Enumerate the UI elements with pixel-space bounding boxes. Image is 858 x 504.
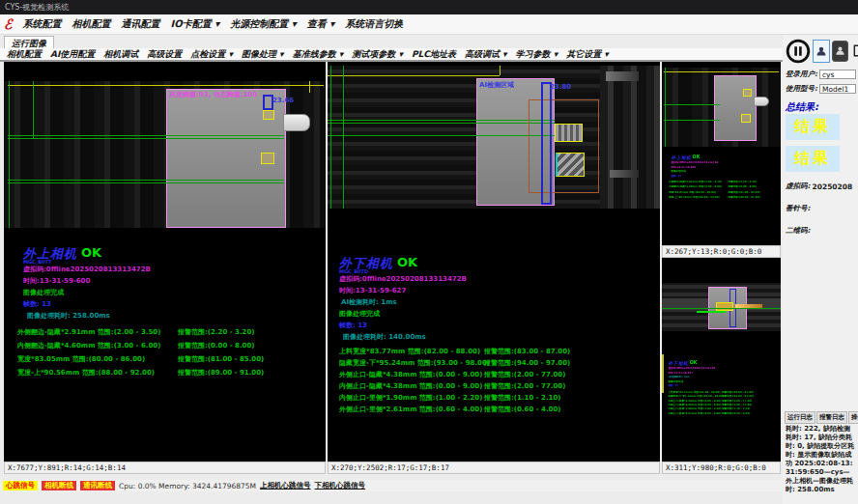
tool-learning-params[interactable]: 学习参数 ▾ xyxy=(516,48,558,61)
pixel-status-thumb-bottom: X:311;Y:980;R:0;G:0;B:0 xyxy=(662,462,781,474)
tool-image-processing[interactable]: 图像处理 ▾ xyxy=(242,48,284,61)
measurement-value: 外侧止口-里侧*2.61mm 范围:(0.60 - 4.00) xyxy=(668,411,721,415)
measurement-value: 上料宽度*83.77mm 范围:(82.00 - 88.00) xyxy=(339,347,480,356)
menu-light-config[interactable]: 光源控制配置 ▾ xyxy=(230,17,297,31)
tool-camera-debug[interactable]: 相机调试 xyxy=(103,48,138,61)
log-text: 耗时: 222, 缺陷检测耗时: 17, 缺陷分类耗时: 0, 缺陷提取分区耗时… xyxy=(786,425,855,494)
window-title: CYS-视觉检测系统 xyxy=(5,3,69,12)
user-icon xyxy=(815,44,827,58)
processing-elapsed: 图像处理耗时: 140.00ms xyxy=(343,332,426,342)
frame-count: 帧数: 13 xyxy=(339,321,367,330)
virtual-code: 虚拟码:0ffline2025020813313472B xyxy=(23,265,151,274)
green-guide-hline xyxy=(328,123,555,124)
bottom-status-bar: 心跳信号 相机断线 通讯断线 Cpu: 0.0% Memory: 3424.41… xyxy=(0,480,783,491)
alarm-range: 报警范围:(1.10 - 2.10) xyxy=(722,407,750,411)
operator-button[interactable] xyxy=(832,41,848,62)
total-result-label: 总结果: xyxy=(786,100,818,114)
heartbeat-badge: 心跳信号 xyxy=(3,481,38,490)
ai-elapsed: AI检测耗时: 1ms xyxy=(341,297,397,307)
log-tab-run[interactable]: 运行日志 xyxy=(785,411,815,424)
result-box-lower: 结果 xyxy=(786,146,840,172)
measurement-list: 外侧翻边-隐藏*2.91mm 范围:(2.00 - 3.50)报警范围:(2.2… xyxy=(17,327,323,381)
measurement-value: 内侧翻边-隐藏*4.60mm 范围:(3.00 - 6.00) xyxy=(669,185,722,189)
needle-label: 番针号: xyxy=(786,204,811,213)
frame-count: 帧数: 13 xyxy=(671,174,681,178)
menu-view[interactable]: 查看 ▾ xyxy=(307,17,335,31)
measurement-value: 外侧止口-里侧*2.61mm 范围:(0.60 - 4.00) xyxy=(339,405,482,414)
part-roi-rect xyxy=(714,75,757,141)
thumbnail-view-lower[interactable]: 外下相机 OK 虚拟码:0ffline2025020813313472B 时间:… xyxy=(662,258,781,462)
upper-camera-heartbeat-link[interactable]: 上相机心跳信号 xyxy=(260,481,311,490)
measurement-value: 宽度*83.05mm 范围:(80.00 - 86.00) xyxy=(17,354,145,364)
alarm-range: 报警范围:(2.00 - 77.00) xyxy=(484,370,565,379)
menu-comm-config[interactable]: 通讯配置 xyxy=(121,17,159,31)
crosshair-line-vertical xyxy=(309,81,310,93)
menu-camera-config[interactable]: 相机配置 xyxy=(72,17,110,31)
lower-camera-heartbeat-link[interactable]: 下相机心跳信号 xyxy=(315,481,366,490)
model-row: 使用型号: Model1 xyxy=(786,84,856,94)
measurement-row: 外侧止口-隐藏*4.38mm 范围:(0.00 - 9.00)报警范围:(2.0… xyxy=(339,370,648,381)
panel-button-row xyxy=(785,38,858,64)
pause-button[interactable] xyxy=(785,38,811,64)
processing-done: 图像处理完成 xyxy=(23,288,64,297)
green-guide-vline xyxy=(33,81,34,139)
capture-time: 时间:13-31-59-627 xyxy=(668,371,693,375)
alarm-range: 报警范围:(89.00 - 91.00) xyxy=(729,195,760,199)
crosshair-line-vertical xyxy=(500,66,500,75)
menu-io-config[interactable]: IO卡配置 ▾ xyxy=(170,17,219,31)
pixel-status-thumb-top: X:267;Y:13;R:0;G:0;B:0 xyxy=(662,245,781,258)
tool-ai-usage-config[interactable]: AI使用配置 xyxy=(50,48,95,61)
camera-image-left: 灰度阈值:93, 动态阈值:100 23.66 xyxy=(4,81,326,228)
defect-marker-box xyxy=(556,153,585,177)
thumbnail-image-lower xyxy=(662,283,781,331)
gauge-value-label: 23.80 xyxy=(550,83,571,91)
ok-status: OK xyxy=(690,360,698,366)
measurement-value: 隐藏宽度-下*95.24mm 范围:(93.00 - 98.00) xyxy=(339,358,490,368)
login-user-field[interactable]: cys xyxy=(819,70,856,79)
tool-spot-check[interactable]: 点检设置 ▾ xyxy=(190,48,233,61)
measurement-row: 外侧止口-里侧*2.61mm 范围:(0.60 - 4.00)报警范围:(0.6… xyxy=(668,411,781,415)
alarm-range: 报警范围:(2.20 - 3.20) xyxy=(178,327,255,337)
virtual-code-label: 虚拟码: xyxy=(786,182,811,191)
tool-advanced-debug[interactable]: 高级调试 ▾ xyxy=(465,48,507,61)
capture-time: 时间:13-31-59-627 xyxy=(339,286,406,295)
menu-system-config[interactable]: 系统配置 xyxy=(22,17,61,31)
camera-view-upper-outer[interactable]: 灰度阈值:93, 动态阈值:100 23.66 外上相机 OK MGC_B0TT… xyxy=(4,62,326,462)
log-tab-operation[interactable]: 操作日志 xyxy=(848,411,858,424)
processing-elapsed: 图像处理耗时: 258.00ms xyxy=(27,311,110,321)
measurement-row: 内侧止口-里侧*1.90mm 范围:(1.00 - 2.20)报警范围:(1.1… xyxy=(339,393,648,405)
measurement-value: 上料宽度*83.77mm 范围:(82.00 - 88.00) xyxy=(668,390,720,394)
crosshair-line-horizontal xyxy=(8,85,324,86)
tool-baseline-params[interactable]: 基准线参数 ▾ xyxy=(293,48,344,61)
tool-test-params[interactable]: 测试项参数 ▾ xyxy=(352,48,403,61)
green-guide-vline xyxy=(343,66,344,209)
alarm-range: 报警范围:(2.00 - 77.00) xyxy=(722,403,752,406)
measurement-row: 外侧止口-里侧*2.61mm 范围:(0.60 - 4.00)报警范围:(0.6… xyxy=(339,405,648,416)
logout-door-icon xyxy=(851,42,858,59)
green-guide-hline xyxy=(8,135,284,136)
log-tab-alarm[interactable]: 报警日志 xyxy=(816,411,847,424)
tool-plc-address-table[interactable]: PLC地址表 xyxy=(412,48,456,61)
comm-status-badge: 通讯断线 xyxy=(80,481,115,490)
model-field[interactable]: Model1 xyxy=(819,84,856,94)
measurement-value: 宽度*83.05mm 范围:(80.00 - 86.00) xyxy=(669,190,716,194)
pause-icon xyxy=(786,39,811,64)
login-user-button[interactable] xyxy=(813,40,830,63)
tool-advanced-settings[interactable]: 高级设置 xyxy=(147,48,182,61)
frame-count: 帧数: 13 xyxy=(23,299,51,309)
thumbnail-view-upper[interactable]: 外上相机 OK 虚拟码:0ffline2025020813313472B 时间:… xyxy=(662,62,781,245)
green-guide-hline xyxy=(697,311,726,313)
alarm-range: 报警范围:(0.60 - 4.00) xyxy=(484,405,561,414)
exit-button[interactable] xyxy=(850,42,858,61)
defect-marker-box xyxy=(743,89,752,97)
alarm-range: 报警范围:(0.00 - 8.00) xyxy=(178,341,255,350)
green-guide-hline xyxy=(8,138,284,139)
camera-view-lower-outer[interactable]: AI检测区域 23.80 外下相机 OK MGC_B0TD 虚拟码:0fflin… xyxy=(328,62,660,462)
measurement-row: 上料宽度*83.77mm 范围:(82.00 - 88.00)报警范围:(83.… xyxy=(339,347,648,358)
tool-camera-config[interactable]: 相机配置 xyxy=(7,48,42,61)
menu-language-switch[interactable]: 系统语言切换 xyxy=(345,17,403,31)
green-guide-hline xyxy=(328,135,555,136)
tool-other-settings[interactable]: 其它设置 ▾ xyxy=(566,48,609,61)
alarm-range: 报警范围:(0.60 - 4.00) xyxy=(722,411,750,415)
app-logo-icon: ℰ xyxy=(4,17,12,31)
